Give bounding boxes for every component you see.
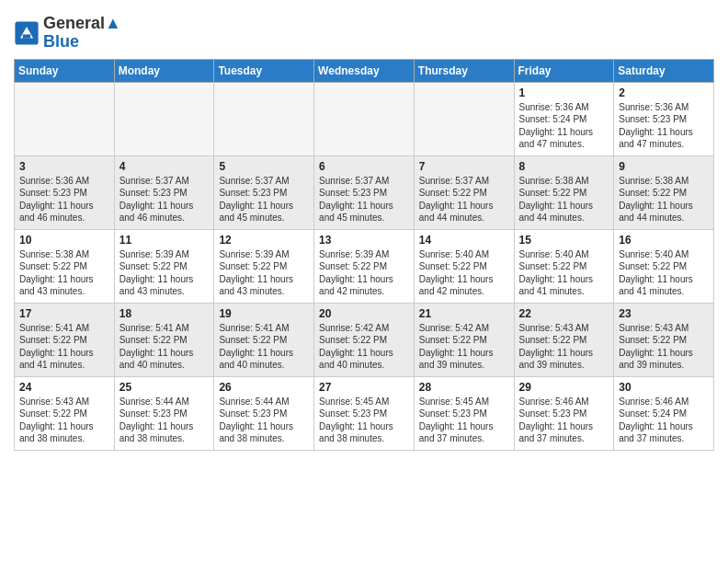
day-info: Sunrise: 5:39 AM Sunset: 5:22 PM Dayligh… <box>119 248 210 298</box>
day-number: 28 <box>419 381 509 394</box>
weekday-header-friday: Friday <box>514 59 614 82</box>
calendar-cell: 9Sunrise: 5:38 AM Sunset: 5:22 PM Daylig… <box>614 155 714 229</box>
day-info: Sunrise: 5:40 AM Sunset: 5:22 PM Dayligh… <box>419 248 509 298</box>
day-number: 17 <box>19 307 109 320</box>
weekday-header-saturday: Saturday <box>614 59 714 82</box>
day-info: Sunrise: 5:43 AM Sunset: 5:22 PM Dayligh… <box>619 322 709 372</box>
day-info: Sunrise: 5:36 AM Sunset: 5:23 PM Dayligh… <box>19 175 109 224</box>
day-number: 14 <box>419 234 509 247</box>
calendar-cell: 22Sunrise: 5:43 AM Sunset: 5:22 PM Dayli… <box>514 303 614 376</box>
day-number: 25 <box>119 381 210 394</box>
day-info: Sunrise: 5:45 AM Sunset: 5:23 PM Dayligh… <box>319 396 409 445</box>
calendar-cell: 26Sunrise: 5:44 AM Sunset: 5:23 PM Dayli… <box>214 376 314 450</box>
day-number: 3 <box>19 160 109 173</box>
calendar-cell <box>414 82 514 155</box>
calendar-cell: 6Sunrise: 5:37 AM Sunset: 5:23 PM Daylig… <box>314 155 415 229</box>
day-number: 23 <box>619 307 709 320</box>
calendar-cell: 13Sunrise: 5:39 AM Sunset: 5:22 PM Dayli… <box>314 229 415 303</box>
calendar-cell: 29Sunrise: 5:46 AM Sunset: 5:23 PM Dayli… <box>514 376 614 450</box>
day-number: 2 <box>619 86 709 99</box>
calendar-cell: 23Sunrise: 5:43 AM Sunset: 5:22 PM Dayli… <box>614 303 714 376</box>
day-info: Sunrise: 5:39 AM Sunset: 5:22 PM Dayligh… <box>219 248 309 298</box>
day-info: Sunrise: 5:38 AM Sunset: 5:22 PM Dayligh… <box>519 175 609 224</box>
day-info: Sunrise: 5:45 AM Sunset: 5:23 PM Dayligh… <box>419 396 509 445</box>
day-number: 30 <box>619 381 709 394</box>
day-number: 15 <box>519 234 609 247</box>
day-info: Sunrise: 5:46 AM Sunset: 5:24 PM Dayligh… <box>619 396 709 445</box>
weekday-header-wednesday: Wednesday <box>314 59 415 82</box>
day-info: Sunrise: 5:46 AM Sunset: 5:23 PM Dayligh… <box>519 396 609 445</box>
calendar-cell: 21Sunrise: 5:42 AM Sunset: 5:22 PM Dayli… <box>414 303 514 376</box>
day-info: Sunrise: 5:44 AM Sunset: 5:23 PM Dayligh… <box>219 396 309 445</box>
calendar-cell: 28Sunrise: 5:45 AM Sunset: 5:23 PM Dayli… <box>414 376 514 450</box>
calendar-cell: 24Sunrise: 5:43 AM Sunset: 5:22 PM Dayli… <box>15 376 115 450</box>
calendar-cell: 19Sunrise: 5:41 AM Sunset: 5:22 PM Dayli… <box>214 303 314 376</box>
day-info: Sunrise: 5:41 AM Sunset: 5:22 PM Dayligh… <box>119 322 210 372</box>
day-number: 16 <box>619 234 709 247</box>
day-info: Sunrise: 5:37 AM Sunset: 5:23 PM Dayligh… <box>319 175 409 224</box>
day-number: 9 <box>619 160 709 173</box>
calendar-cell: 12Sunrise: 5:39 AM Sunset: 5:22 PM Dayli… <box>214 229 314 303</box>
svg-rect-2 <box>23 34 30 38</box>
calendar-cell: 27Sunrise: 5:45 AM Sunset: 5:23 PM Dayli… <box>314 376 415 450</box>
day-number: 11 <box>119 234 210 247</box>
day-info: Sunrise: 5:40 AM Sunset: 5:22 PM Dayligh… <box>519 248 609 298</box>
calendar-cell: 30Sunrise: 5:46 AM Sunset: 5:24 PM Dayli… <box>614 376 714 450</box>
weekday-header-monday: Monday <box>114 59 214 82</box>
day-info: Sunrise: 5:43 AM Sunset: 5:22 PM Dayligh… <box>19 396 109 445</box>
day-info: Sunrise: 5:37 AM Sunset: 5:23 PM Dayligh… <box>119 175 210 224</box>
calendar-cell: 15Sunrise: 5:40 AM Sunset: 5:22 PM Dayli… <box>514 229 614 303</box>
day-number: 19 <box>219 307 309 320</box>
calendar-cell <box>15 82 115 155</box>
day-info: Sunrise: 5:36 AM Sunset: 5:23 PM Dayligh… <box>619 101 709 151</box>
weekday-header-thursday: Thursday <box>414 59 514 82</box>
day-info: Sunrise: 5:37 AM Sunset: 5:22 PM Dayligh… <box>419 175 509 224</box>
calendar-cell: 1Sunrise: 5:36 AM Sunset: 5:24 PM Daylig… <box>514 82 614 155</box>
calendar-cell: 7Sunrise: 5:37 AM Sunset: 5:22 PM Daylig… <box>414 155 514 229</box>
day-info: Sunrise: 5:44 AM Sunset: 5:23 PM Dayligh… <box>119 396 210 445</box>
day-info: Sunrise: 5:41 AM Sunset: 5:22 PM Dayligh… <box>219 322 309 372</box>
calendar: SundayMondayTuesdayWednesdayThursdayFrid… <box>14 59 714 451</box>
weekday-header-sunday: Sunday <box>15 59 115 82</box>
day-number: 7 <box>419 160 509 173</box>
day-info: Sunrise: 5:37 AM Sunset: 5:23 PM Dayligh… <box>219 175 309 224</box>
logo: General▲ Blue <box>14 15 121 52</box>
day-number: 26 <box>219 381 309 394</box>
day-number: 10 <box>19 234 109 247</box>
day-info: Sunrise: 5:42 AM Sunset: 5:22 PM Dayligh… <box>419 322 509 372</box>
day-number: 6 <box>319 160 409 173</box>
weekday-header-tuesday: Tuesday <box>214 59 314 82</box>
day-number: 1 <box>519 86 609 99</box>
day-info: Sunrise: 5:42 AM Sunset: 5:22 PM Dayligh… <box>319 322 409 372</box>
calendar-cell: 17Sunrise: 5:41 AM Sunset: 5:22 PM Dayli… <box>15 303 115 376</box>
day-number: 20 <box>319 307 409 320</box>
calendar-cell: 8Sunrise: 5:38 AM Sunset: 5:22 PM Daylig… <box>514 155 614 229</box>
calendar-cell: 3Sunrise: 5:36 AM Sunset: 5:23 PM Daylig… <box>15 155 115 229</box>
day-info: Sunrise: 5:38 AM Sunset: 5:22 PM Dayligh… <box>619 175 709 224</box>
calendar-cell: 16Sunrise: 5:40 AM Sunset: 5:22 PM Dayli… <box>614 229 714 303</box>
page-header: General▲ Blue <box>14 9 714 52</box>
day-number: 24 <box>19 381 109 394</box>
calendar-cell: 10Sunrise: 5:38 AM Sunset: 5:22 PM Dayli… <box>15 229 115 303</box>
day-number: 21 <box>419 307 509 320</box>
calendar-cell: 5Sunrise: 5:37 AM Sunset: 5:23 PM Daylig… <box>214 155 314 229</box>
calendar-cell: 14Sunrise: 5:40 AM Sunset: 5:22 PM Dayli… <box>414 229 514 303</box>
day-info: Sunrise: 5:43 AM Sunset: 5:22 PM Dayligh… <box>519 322 609 372</box>
day-number: 18 <box>119 307 210 320</box>
calendar-cell: 20Sunrise: 5:42 AM Sunset: 5:22 PM Dayli… <box>314 303 415 376</box>
day-number: 5 <box>219 160 309 173</box>
logo-text: General▲ Blue <box>43 15 121 52</box>
calendar-cell: 2Sunrise: 5:36 AM Sunset: 5:23 PM Daylig… <box>614 82 714 155</box>
day-info: Sunrise: 5:38 AM Sunset: 5:22 PM Dayligh… <box>19 248 109 298</box>
day-number: 27 <box>319 381 409 394</box>
day-number: 29 <box>519 381 609 394</box>
day-info: Sunrise: 5:40 AM Sunset: 5:22 PM Dayligh… <box>619 248 709 298</box>
day-info: Sunrise: 5:41 AM Sunset: 5:22 PM Dayligh… <box>19 322 109 372</box>
day-info: Sunrise: 5:36 AM Sunset: 5:24 PM Dayligh… <box>519 101 609 151</box>
day-info: Sunrise: 5:39 AM Sunset: 5:22 PM Dayligh… <box>319 248 409 298</box>
calendar-cell: 18Sunrise: 5:41 AM Sunset: 5:22 PM Dayli… <box>114 303 214 376</box>
day-number: 4 <box>119 160 210 173</box>
calendar-cell <box>314 82 415 155</box>
day-number: 22 <box>519 307 609 320</box>
day-number: 12 <box>219 234 309 247</box>
